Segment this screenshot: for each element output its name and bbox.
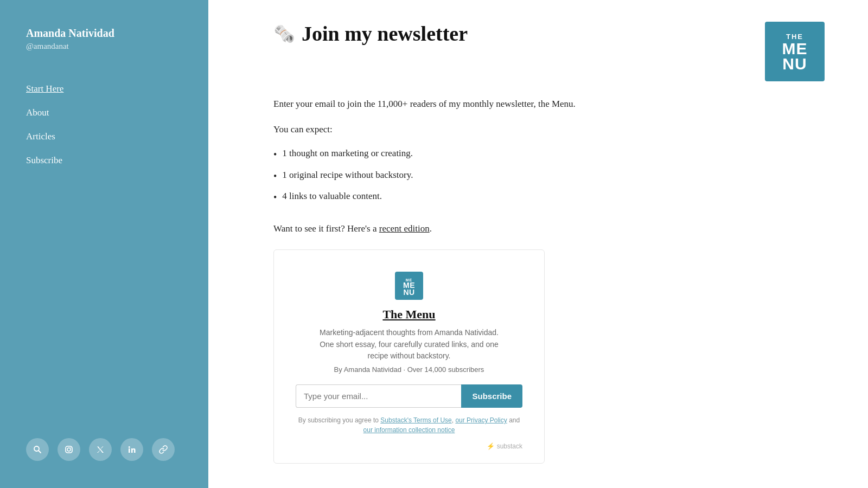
expect-label: You can expect:: [273, 124, 825, 135]
substack-card-description: Marketing-adjacent thoughts from Amanda …: [320, 327, 499, 362]
main-content: 🗞️ Join my newsletter THE ME NU Enter yo…: [208, 0, 868, 488]
sidebar-item-articles[interactable]: Articles: [26, 131, 182, 142]
legal-and: and: [509, 416, 520, 424]
substack-card-logo: ME ME NU: [395, 272, 423, 300]
twitter-icon-button[interactable]: [89, 438, 112, 461]
list-item: 1 thought on marketing or creating.: [273, 144, 825, 165]
newsletter-description: Enter your email to join the 11,000+ rea…: [273, 97, 825, 111]
legal-text-before: By subscribing you agree to: [298, 416, 379, 424]
sidebar: Amanda Natividad @amandanat Start Here A…: [0, 0, 208, 488]
substack-label: ⚡ substack: [487, 442, 522, 450]
recent-edition-text-before: Want to see it first? Here's a: [273, 223, 377, 234]
list-item: 4 links to valuable content.: [273, 187, 825, 208]
sidebar-item-start-here[interactable]: Start Here: [26, 84, 182, 94]
linkedin-icon-button[interactable]: [120, 438, 143, 461]
recent-edition-link-text: recent edition: [379, 223, 430, 234]
substack-legal-text: By subscribing you agree to Substack's T…: [296, 415, 522, 435]
sidebar-nav: Start Here About Articles Subscribe: [26, 84, 182, 166]
author-name: Amanda Natividad: [26, 27, 182, 40]
privacy-policy-link[interactable]: our Privacy Policy: [455, 416, 507, 424]
link-icon-button[interactable]: [152, 438, 175, 461]
svg-text:NU: NU: [403, 288, 414, 297]
newspaper-icon: 🗞️: [273, 23, 295, 44]
author-handle: @amandanat: [26, 42, 182, 51]
menu-logo-svg: THE ME NU: [770, 27, 819, 76]
terms-of-use-link[interactable]: Substack's Terms of Use: [380, 416, 451, 424]
bullet-list: 1 thought on marketing or creating. 1 or…: [273, 144, 825, 208]
sidebar-item-subscribe[interactable]: Subscribe: [26, 155, 182, 166]
recent-edition-paragraph: Want to see it first? Here's a recent ed…: [273, 223, 825, 234]
linkedin-icon: [127, 445, 136, 454]
svg-point-3: [67, 448, 71, 451]
the-menu-logo-large: THE ME NU: [765, 22, 825, 81]
info-collection-link[interactable]: our information collection notice: [363, 426, 455, 434]
instagram-icon: [65, 445, 73, 454]
instagram-icon-button[interactable]: [58, 438, 80, 461]
search-icon-button[interactable]: [26, 438, 49, 461]
list-item: 1 original recipe without backstory.: [273, 165, 825, 187]
subscribe-button[interactable]: Subscribe: [461, 384, 522, 408]
substack-card-meta: By Amanda Natividad · Over 14,000 subscr…: [334, 365, 484, 374]
substack-card-logo-svg: ME ME NU: [398, 274, 420, 297]
substack-branding: ⚡ substack: [296, 442, 522, 450]
search-icon: [33, 445, 42, 454]
svg-rect-5: [129, 448, 130, 453]
email-input[interactable]: [296, 384, 461, 408]
newsletter-title: 🗞️ Join my newsletter: [273, 22, 468, 46]
svg-point-6: [129, 446, 130, 448]
link-icon: [159, 445, 168, 454]
svg-rect-2: [66, 446, 72, 453]
twitter-icon: [96, 445, 105, 454]
svg-text:NU: NU: [782, 55, 807, 73]
sidebar-item-about[interactable]: About: [26, 107, 182, 118]
svg-point-4: [71, 447, 72, 448]
header-row: 🗞️ Join my newsletter THE ME NU: [273, 22, 825, 81]
email-subscribe-row: Subscribe: [296, 384, 522, 408]
recent-edition-link[interactable]: recent edition: [379, 223, 430, 234]
newsletter-title-text: Join my newsletter: [302, 22, 468, 46]
substack-card: ME ME NU The Menu Marketing-adjacent tho…: [273, 249, 545, 464]
recent-edition-text-after: .: [430, 223, 432, 234]
substack-card-title: The Menu: [382, 307, 435, 322]
social-icons-row: [26, 438, 175, 461]
svg-line-1: [39, 451, 41, 453]
